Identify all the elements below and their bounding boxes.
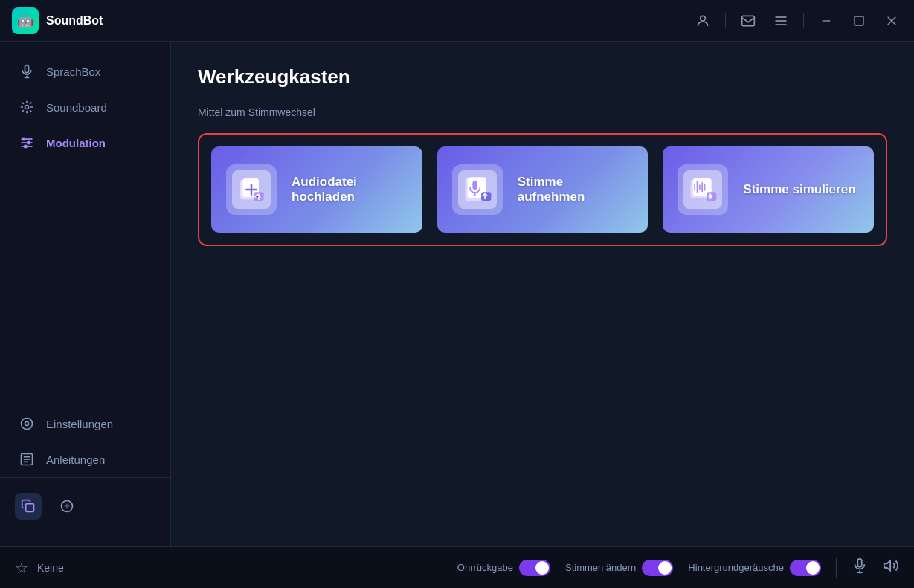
card-icon-wrap-simulate [678,164,728,215]
sidebar-label-einstellungen: Einstellungen [46,418,113,430]
ohrruckgabe-knob [535,561,549,575]
ohrruckgabe-label: Ohrrückgabe [457,562,513,573]
sidebar-label-modulation: Modulation [46,137,106,149]
svg-rect-9 [25,65,29,73]
sidebar-item-einstellungen[interactable]: Einstellungen [0,406,170,442]
status-divider [836,558,837,578]
svg-rect-39 [697,181,698,193]
microphone-icon [18,64,36,79]
card-simulate-voice[interactable]: Stimme simulieren [663,146,874,233]
sidebar-item-modulation[interactable]: Modulation [0,125,170,161]
card-icon-simulate [683,170,722,209]
maximize-icon[interactable] [849,10,869,31]
content-area: Werkzeugkasten Mittel zum Stimmwechsel [171,42,914,546]
sidebar-bottom [0,477,170,534]
svg-rect-38 [695,184,696,191]
sidebar: SprachBox Soundboard Modulation Einstell… [0,42,171,546]
svg-point-17 [28,141,30,143]
soundboard-icon [18,100,36,114]
sidebar-item-soundboard[interactable]: Soundboard [0,89,170,125]
svg-rect-33 [472,181,477,190]
stimmen-andern-label: Stimmen ändern [565,562,636,573]
status-controls: Ohrrückgabe Stimmen ändern Hintergrundge… [457,558,899,578]
hintergrundgerausche-knob [806,561,820,575]
svg-rect-42 [704,184,706,191]
card-label-simulate: Stimme simulieren [743,182,855,197]
svg-rect-40 [699,184,701,190]
card-icon-wrap-record [452,164,503,215]
card-icon-wrap-upload [226,164,277,215]
svg-rect-35 [481,192,491,201]
minimize-icon[interactable] [816,10,837,31]
section-label: Mittel zum Stimmwechsel [198,106,887,118]
svg-rect-44 [857,559,862,567]
sidebar-item-sprachbox[interactable]: SprachBox [0,54,170,89]
svg-rect-1 [742,16,755,25]
sidebar-bottom-icons [0,484,170,529]
sidebar-item-anleitungen[interactable]: Anleitungen [0,442,170,477]
menu-icon[interactable] [770,10,791,31]
svg-rect-25 [26,504,34,512]
window-controls [692,10,902,31]
svg-rect-41 [702,182,704,192]
app-logo: 🤖 SoundBot [12,7,103,34]
svg-point-12 [25,106,29,109]
card-label-record: Stimme aufnehmen [518,175,634,204]
close-icon[interactable] [881,10,902,31]
svg-point-18 [25,145,27,147]
sidebar-label-sprachbox: SprachBox [46,65,100,78]
star-icon: ☆ [15,559,28,577]
page-title: Werkzeugkasten [198,65,887,88]
cards-section: Audiodatei hochladen [198,133,887,246]
app-name: SoundBot [46,14,103,28]
svg-point-0 [701,16,706,21]
chat-bottom-icon[interactable] [54,493,80,520]
card-icon-upload [232,170,271,209]
stimmen-andern-control: Stimmen ändern [565,560,673,576]
svg-point-16 [22,138,25,140]
stimmen-andern-knob [658,561,672,575]
svg-rect-6 [855,16,863,25]
sidebar-label-soundboard: Soundboard [46,101,107,114]
card-upload-audio[interactable]: Audiodatei hochladen [211,146,422,233]
card-label-upload: Audiodatei hochladen [292,175,408,204]
statusbar: ☆ Keine Ohrrückgabe Stimmen ändern Hinte… [0,546,914,588]
ohrruckgabe-toggle[interactable] [519,560,550,576]
main-layout: SprachBox Soundboard Modulation Einstell… [0,42,914,546]
settings-icon [18,416,36,431]
modulation-icon [18,135,36,150]
svg-point-20 [22,419,33,430]
mail-icon[interactable] [738,10,759,31]
microphone-status-icon[interactable] [852,558,868,578]
svg-marker-47 [884,561,890,571]
svg-point-19 [25,422,29,426]
stimmen-andern-toggle[interactable] [642,560,673,576]
ohrruckgabe-control: Ohrrückgabe [457,560,550,576]
sidebar-label-anleitungen: Anleitungen [46,453,105,466]
user-icon[interactable] [692,10,713,31]
hintergrundgerausche-label: Hintergrundgeräusche [688,562,784,573]
hintergrundgerausche-toggle[interactable] [790,560,821,576]
speaker-status-icon[interactable] [883,558,899,578]
copy-bottom-icon[interactable] [15,493,42,520]
titlebar: 🤖 SoundBot [0,0,914,42]
status-none-label: Keine [37,562,64,574]
logo-icon: 🤖 [12,7,39,34]
guide-icon [18,452,36,467]
card-record-voice[interactable]: Stimme aufnehmen [437,146,649,233]
hintergrundgerausche-control: Hintergrundgeräusche [688,560,821,576]
card-icon-record [458,170,497,209]
